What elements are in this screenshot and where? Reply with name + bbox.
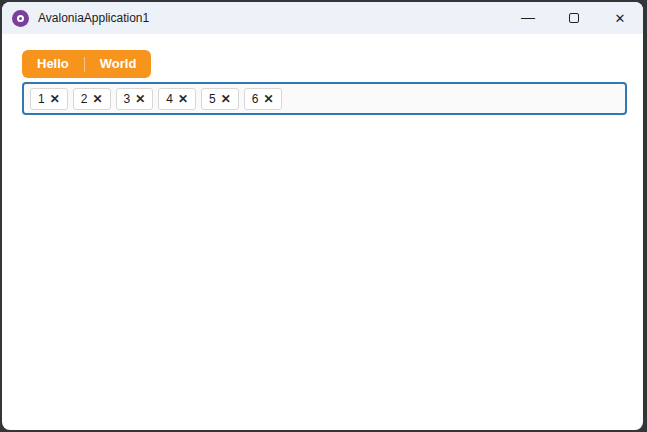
tag-chip-label: 3 — [124, 92, 131, 106]
close-button[interactable]: ✕ — [597, 2, 643, 34]
chip-remove-icon[interactable]: ✕ — [135, 93, 145, 105]
minimize-icon: — — [521, 9, 535, 25]
tag-chip[interactable]: 2 ✕ — [73, 88, 111, 110]
maximize-button[interactable] — [551, 2, 597, 34]
chip-remove-icon[interactable]: ✕ — [50, 93, 60, 105]
tag-chip-label: 5 — [209, 92, 216, 106]
maximize-icon — [569, 13, 579, 23]
chip-remove-icon[interactable]: ✕ — [263, 93, 273, 105]
window-content: Hello World 1 ✕ 2 ✕ 3 ✕ 4 ✕ 5 ✕ — [2, 34, 643, 115]
titlebar[interactable]: AvaloniaApplication1 — ✕ — [2, 2, 643, 34]
tabstrip: Hello World — [22, 50, 151, 78]
tag-chip[interactable]: 3 ✕ — [116, 88, 154, 110]
tag-input-box[interactable]: 1 ✕ 2 ✕ 3 ✕ 4 ✕ 5 ✕ 6 ✕ — [22, 82, 627, 115]
tag-chip-label: 2 — [81, 92, 88, 106]
minimize-button[interactable]: — — [505, 2, 551, 34]
tag-chip-label: 4 — [166, 92, 173, 106]
window-title: AvaloniaApplication1 — [38, 11, 149, 25]
app-window: AvaloniaApplication1 — ✕ Hello World 1 ✕ — [2, 2, 643, 430]
window-controls: — ✕ — [505, 2, 643, 34]
tab-world[interactable]: World — [85, 50, 152, 78]
tab-hello[interactable]: Hello — [22, 50, 84, 78]
tag-chip[interactable]: 1 ✕ — [30, 88, 68, 110]
chip-remove-icon[interactable]: ✕ — [92, 93, 102, 105]
tag-chip-label: 6 — [252, 92, 259, 106]
close-icon: ✕ — [615, 11, 626, 26]
chip-remove-icon[interactable]: ✕ — [221, 93, 231, 105]
avalonia-logo-ring — [17, 15, 24, 22]
avalonia-logo-icon — [12, 10, 29, 27]
chip-remove-icon[interactable]: ✕ — [178, 93, 188, 105]
tag-chip[interactable]: 4 ✕ — [158, 88, 196, 110]
tag-chip-label: 1 — [38, 92, 45, 106]
tag-chip[interactable]: 6 ✕ — [244, 88, 282, 110]
tag-chip[interactable]: 5 ✕ — [201, 88, 239, 110]
